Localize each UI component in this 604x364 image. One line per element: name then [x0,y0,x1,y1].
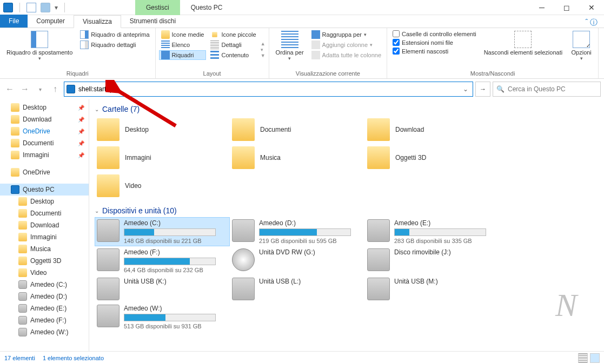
sidebar-item[interactable]: Oggetti 3D [0,255,89,267]
preview-pane-button[interactable]: Riquadro di anteprima [78,30,151,39]
drive-item[interactable]: Amedeo (D:)219 GB disponibili su 595 GB [230,217,365,246]
view-content[interactable]: Contenuto [208,50,258,60]
layout-down-icon[interactable]: ▼ [261,53,266,58]
sidebar-item[interactable]: Questo PC [0,184,89,196]
options-button[interactable]: ✓ Opzioni▾ [568,30,595,69]
hidden-items-toggle[interactable]: Elementi nascosti [390,47,479,55]
add-columns-button[interactable]: Aggiungi colonne ▾ [309,40,383,50]
sidebar-item[interactable]: Amedeo (E:) [0,302,89,314]
drive-item[interactable]: Unità USB (K:) [95,275,230,302]
folder-icon [18,245,27,253]
sidebar-item[interactable]: Documenti📌 [0,137,89,149]
drive-icon [367,219,390,242]
sidebar-item[interactable]: Amedeo (C:) [0,279,89,291]
drive-item[interactable]: Amedeo (E:)283 GB disponibili su 335 GB [365,217,500,246]
close-button[interactable]: ✕ [579,0,604,15]
sidebar-item[interactable]: Documenti [0,207,89,219]
drive-icon [232,248,255,271]
up-button[interactable]: ↑ [49,83,62,96]
sidebar-item[interactable]: Immagini [0,231,89,243]
watermark: N [555,287,577,324]
file-extensions-toggle[interactable]: Estensioni nomi file [390,38,479,46]
drives-group-header[interactable]: ⌄Dispositivi e unità (10) [95,204,604,217]
sidebar-item[interactable]: Amedeo (F:) [0,314,89,326]
content-area[interactable]: ⌄Cartelle (7) DesktopDocumentiDownloadIm… [89,99,604,351]
drive-item[interactable]: Amedeo (W:)513 GB disponibili su 931 GB [95,302,230,332]
layout-up-icon[interactable]: ▲ [261,41,266,46]
back-button[interactable]: ← [3,83,16,96]
sidebar-item[interactable]: Musica [0,243,89,255]
tab-disk-tools[interactable]: Strumenti dischi [121,15,184,28]
drive-item[interactable]: Disco rimovibile (J:) [365,246,500,275]
sidebar-item[interactable]: Desktop📌 [0,102,89,113]
folder-item[interactable]: Video [95,172,230,200]
sidebar-item[interactable]: Video [0,267,89,279]
item-checkboxes-toggle[interactable]: Caselle di controllo elementi [390,30,479,38]
sidebar-item[interactable]: OneDrive [0,166,89,178]
properties-icon[interactable] [26,3,36,12]
sidebar-item[interactable]: Desktop [0,196,89,207]
drive-item[interactable]: Unità USB (M:) [365,275,500,302]
details-pane-button[interactable]: Riquadro dettagli [78,40,151,50]
collapse-ribbon-icon[interactable]: ˆ ⓘ [579,18,604,28]
drive-item[interactable]: Amedeo (F:)64,4 GB disponibili su 232 GB [95,246,230,275]
forward-button[interactable]: → [18,83,31,96]
pin-icon: 📌 [78,129,84,134]
search-input[interactable] [508,85,597,93]
capacity-bar [124,314,216,321]
navigation-pane-button[interactable]: Riquadro di spostamento ▾ [3,30,76,69]
contextual-tab-manage[interactable]: Gestisci [135,0,180,15]
view-list[interactable]: Elenco [159,40,207,50]
window-title: Questo PC [191,4,223,11]
item-count: 17 elementi [4,355,35,361]
view-small-icons[interactable]: Icone piccole [208,30,258,39]
hide-selected-button[interactable]: Nascondi elementi selezionati [481,30,566,69]
ribbon-tabs: File Computer Visualizza Strumenti disch… [0,15,604,28]
folder-icon [11,168,19,177]
view-medium-icons[interactable]: Icone medie [159,30,207,39]
folder-item[interactable]: Oggetti 3D [365,144,500,172]
folder-item[interactable]: Documenti [230,116,365,144]
qat-dropdown-icon[interactable]: ▾ [55,4,58,11]
navigation-pane[interactable]: Desktop📌Download📌OneDrive📌Documenti📌Imma… [0,99,89,351]
address-input[interactable] [77,84,461,94]
folder-item[interactable]: Desktop [95,116,230,144]
folder-icon [97,174,120,197]
folder-icon [18,209,27,218]
folder-item[interactable]: Musica [230,144,365,172]
recent-dropdown[interactable]: ▾ [34,83,47,96]
folder-item[interactable]: Immagini [95,144,230,172]
details-view-button[interactable] [578,353,588,363]
tab-file[interactable]: File [0,15,28,28]
tab-view[interactable]: Visualizza [74,15,121,28]
folder-icon [232,118,255,141]
sidebar-item[interactable]: Amedeo (D:) [0,291,89,302]
sidebar-item[interactable]: Immagini📌 [0,149,89,161]
address-bar[interactable]: ⌄ [64,82,473,97]
sort-by-button[interactable]: Ordina per▾ [273,30,307,69]
tab-computer[interactable]: Computer [28,15,74,28]
folder-item[interactable]: Download [365,116,500,144]
go-button[interactable]: → [475,82,490,97]
group-by-button[interactable]: Raggruppa per ▾ [309,30,383,39]
new-icon[interactable] [41,3,50,12]
view-details[interactable]: Dettagli [208,40,258,50]
sidebar-item[interactable]: Download📌 [0,113,89,125]
maximize-button[interactable]: ◻ [554,0,579,15]
sidebar-item[interactable]: OneDrive📌 [0,125,89,137]
fit-columns-button[interactable]: Adatta tutte le colonne [309,50,383,60]
minimize-button[interactable]: ─ [529,0,554,15]
view-tiles[interactable]: Riquadri [159,50,207,60]
folder-icon [11,127,19,136]
tiles-view-button[interactable] [590,353,600,363]
sidebar-item[interactable]: Amedeo (W:) [0,326,89,338]
address-dropdown-icon[interactable]: ⌄ [461,85,470,93]
pin-icon: 📌 [78,140,84,146]
drive-item[interactable]: Unità DVD RW (G:) [230,246,365,275]
drive-item[interactable]: Amedeo (C:)148 GB disponibili su 221 GB [95,217,230,246]
drive-item[interactable]: Unità USB (L:) [230,275,365,302]
folders-group-header[interactable]: ⌄Cartelle (7) [95,103,604,116]
sidebar-item[interactable]: Download [0,219,89,231]
layout-expand-icon[interactable]: ▾ [261,47,266,52]
search-box[interactable]: 🔍 [493,82,601,97]
